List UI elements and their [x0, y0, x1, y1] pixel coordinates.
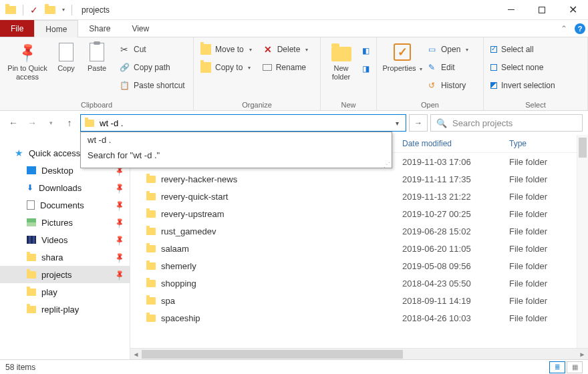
- file-date: 2019-06-20 11:05: [402, 244, 509, 254]
- maximize-button[interactable]: [527, 0, 557, 20]
- cut-icon: ✂: [119, 44, 130, 55]
- copy-button[interactable]: Copy: [51, 40, 82, 73]
- help-button[interactable]: ?: [572, 20, 588, 37]
- tab-view[interactable]: View: [121, 20, 160, 37]
- sidebar-item-shara[interactable]: shara📌: [0, 248, 130, 266]
- select-all-button[interactable]: Select all: [488, 41, 558, 57]
- table-row[interactable]: shemerly2019-05-08 09:56File folder: [130, 257, 588, 274]
- file-name: revery-upstream: [161, 209, 225, 219]
- documents-icon: [27, 200, 35, 210]
- pin-icon: 📌: [113, 216, 126, 229]
- tab-home[interactable]: Home: [34, 20, 78, 37]
- copy-path-icon: 🔗: [119, 62, 130, 73]
- sidebar-item-videos[interactable]: Videos📌: [0, 231, 130, 248]
- tab-file[interactable]: File: [0, 20, 34, 37]
- file-type: File folder: [509, 313, 583, 323]
- open-button[interactable]: ▭Open▾: [424, 41, 471, 57]
- main-area: ★ Quick access Desktop📌 ⬇Downloads📌 Docu…: [0, 135, 588, 359]
- chevron-down-icon[interactable]: ▾: [62, 7, 65, 13]
- table-row[interactable]: salaam2019-06-20 11:05File folder: [130, 240, 588, 257]
- sidebar-item-projects[interactable]: projects📌: [0, 266, 130, 283]
- collapse-ribbon-button[interactable]: ⌃: [556, 20, 572, 37]
- star-icon: ★: [15, 148, 23, 158]
- sidebar-item-pictures[interactable]: Pictures📌: [0, 214, 130, 231]
- select-none-button[interactable]: Select none: [488, 59, 558, 75]
- scrollbar-thumb[interactable]: [579, 138, 587, 158]
- suggestion-item[interactable]: Search for "wt -d .": [81, 148, 392, 163]
- properties-button[interactable]: ✓ Properties ▾: [381, 40, 424, 73]
- check-icon[interactable]: ✓: [30, 5, 38, 15]
- search-input[interactable]: [452, 118, 577, 128]
- paste-shortcut-button[interactable]: 📋Paste shortcut: [116, 77, 188, 94]
- copy-path-button[interactable]: 🔗Copy path: [116, 59, 188, 75]
- new-item-button[interactable]: ◧: [359, 43, 372, 59]
- downloads-icon: ⬇: [27, 183, 33, 192]
- folder-icon: [146, 193, 156, 200]
- sidebar-item-play[interactable]: play: [0, 283, 130, 301]
- new-item-icon: ◧: [360, 45, 371, 56]
- address-bar[interactable]: ▾ wt -d . Search for "wt -d ." ⋰: [80, 114, 406, 132]
- tab-share[interactable]: Share: [78, 20, 121, 37]
- go-button[interactable]: →: [409, 114, 428, 132]
- resize-grip[interactable]: ⋰: [81, 163, 392, 168]
- minimize-button[interactable]: [496, 0, 527, 20]
- delete-button[interactable]: ✕Delete▾: [260, 41, 311, 57]
- scroll-left-button[interactable]: ◄: [130, 351, 142, 358]
- sidebar-item-replit-play[interactable]: replit-play: [0, 301, 130, 318]
- back-button[interactable]: ←: [5, 115, 21, 131]
- file-date: 2019-06-28 15:02: [402, 226, 509, 236]
- chevron-down-icon[interactable]: ▾: [393, 120, 402, 127]
- suggestion-item[interactable]: wt -d .: [81, 132, 392, 148]
- folder-icon: [331, 47, 351, 61]
- search-box[interactable]: 🔍: [430, 114, 583, 132]
- chevron-down-icon: ▾: [420, 66, 422, 72]
- sidebar-item-downloads[interactable]: ⬇Downloads📌: [0, 179, 130, 196]
- new-folder-button[interactable]: New folder: [325, 40, 357, 81]
- recent-dropdown[interactable]: ▾: [43, 115, 59, 131]
- table-row[interactable]: spaceship2018-04-26 10:03File folder: [130, 309, 588, 327]
- quick-access-toolbar: ✓ ▾: [0, 5, 78, 15]
- thumbnails-view-button[interactable]: ▦: [567, 361, 583, 373]
- paste-button[interactable]: Paste: [82, 40, 112, 73]
- sidebar-item-documents[interactable]: Documents📌: [0, 196, 130, 214]
- pin-to-quick-access-button[interactable]: 📌 Pin to Quick access: [4, 40, 51, 81]
- separator: [71, 5, 72, 15]
- address-input[interactable]: [100, 118, 389, 128]
- scroll-right-button[interactable]: ►: [577, 351, 588, 358]
- checkbox-icon: [490, 82, 497, 89]
- move-to-button[interactable]: Move to▾: [198, 41, 255, 57]
- table-row[interactable]: revery-hacker-news2019-11-11 17:35File f…: [130, 170, 588, 188]
- table-row[interactable]: revery-upstream2019-10-27 00:25File fold…: [130, 205, 588, 222]
- table-row[interactable]: shopping2018-04-23 05:50File folder: [130, 274, 588, 292]
- table-row[interactable]: rust_gamedev2019-06-28 15:02File folder: [130, 222, 588, 240]
- column-type[interactable]: Type: [509, 139, 583, 148]
- forward-button[interactable]: →: [24, 115, 40, 131]
- vertical-scrollbar[interactable]: [577, 135, 588, 348]
- file-name: rust_gamedev: [161, 226, 216, 236]
- column-date[interactable]: Date modified: [402, 139, 509, 148]
- navigation-pane[interactable]: ★ Quick access Desktop📌 ⬇Downloads📌 Docu…: [0, 135, 130, 359]
- folder-icon: [146, 280, 156, 287]
- invert-selection-button[interactable]: Invert selection: [488, 77, 558, 94]
- up-button[interactable]: ↑: [61, 115, 78, 131]
- table-row[interactable]: spa2018-09-11 14:19File folder: [130, 292, 588, 309]
- chevron-down-icon: ▾: [249, 47, 252, 53]
- rename-button[interactable]: Rename: [260, 59, 311, 75]
- details-view-button[interactable]: ≣: [549, 361, 565, 373]
- file-date: 2019-10-27 00:25: [402, 209, 509, 219]
- table-row[interactable]: revery-quick-start2019-11-13 21:22File f…: [130, 188, 588, 205]
- close-button[interactable]: ✕: [557, 0, 588, 20]
- folder-icon[interactable]: [45, 6, 55, 14]
- scrollbar-thumb[interactable]: [142, 350, 403, 359]
- horizontal-scrollbar[interactable]: ◄ ►: [130, 348, 588, 359]
- history-button[interactable]: ↺History: [424, 77, 471, 94]
- cut-button[interactable]: ✂Cut: [116, 41, 188, 57]
- easy-access-button[interactable]: ◨: [359, 61, 372, 77]
- folder-icon: [27, 306, 36, 313]
- separator: [23, 5, 23, 15]
- edit-button[interactable]: ✎Edit: [424, 59, 471, 75]
- file-list[interactable]: revery-hacker-news2019-11-11 17:35File f…: [130, 170, 588, 348]
- file-name: salaam: [161, 244, 189, 254]
- copy-to-button[interactable]: Copy to▾: [198, 59, 255, 75]
- file-type: File folder: [509, 244, 583, 254]
